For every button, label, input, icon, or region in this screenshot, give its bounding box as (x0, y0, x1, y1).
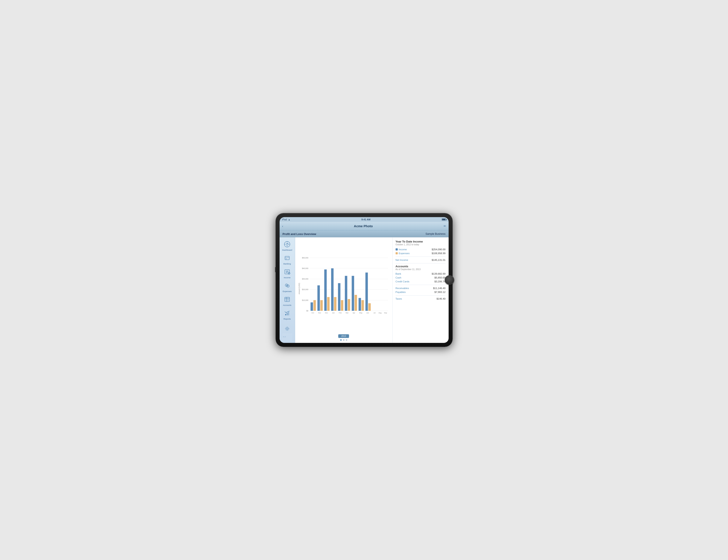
status-left: iPad ▲ (282, 218, 290, 221)
banking-icon (283, 254, 291, 262)
edit-button[interactable]: ✏ (444, 225, 446, 228)
svg-text:Jul: Jul (373, 312, 376, 314)
bar-oct-expense (313, 300, 316, 311)
stats-divider-2 (396, 263, 446, 264)
nav-title: Acme Photo (354, 224, 373, 228)
svg-line-33 (285, 311, 286, 313)
business-name: Sample Business (426, 233, 446, 236)
nav-bar: ‹ Acme Photo ✏ (280, 222, 449, 231)
expenses-dot (396, 252, 398, 255)
svg-point-37 (285, 327, 289, 330)
sidebar-thumbnail: A.O (282, 333, 292, 341)
stats-panel: Year To Date Income October 1, 2012 to t… (393, 237, 449, 343)
svg-text:May: May (359, 312, 362, 314)
sidebar-label-dashboard: Dashboard (282, 249, 292, 251)
dot-2 (343, 339, 344, 341)
sidebar-item-reports[interactable]: Reports (280, 308, 294, 321)
sidebar-item-accounts[interactable]: Accounts (280, 294, 294, 307)
side-button (275, 267, 276, 272)
sidebar-bottom: A.O (282, 326, 292, 343)
svg-rect-30 (285, 314, 286, 315)
receivables-value: $11,146.40 (433, 287, 446, 289)
ipad-screen: iPad ▲ 9:41 AM ‹ Acme Photo ✏ Profit and… (280, 217, 449, 343)
header-strip: Profit and Loss Overview Sample Business (280, 231, 449, 237)
receivables-row: Receivables $11,146.40 (396, 286, 446, 290)
expenses-row: Expenses $108,958.99 (396, 252, 446, 255)
stats-divider-1 (396, 257, 446, 257)
income-dot (396, 248, 398, 251)
wifi-icon: ▲ (288, 219, 290, 221)
expenses-value: $108,958.99 (432, 252, 446, 255)
home-button[interactable] (445, 275, 454, 285)
sidebar-item-income[interactable]: Income (280, 267, 294, 280)
svg-text:Feb: Feb (339, 312, 341, 314)
bar-apr-income (352, 276, 354, 311)
credit-label: Credit Cards (396, 280, 410, 283)
net-income-row: Net Income $145,131.01 (396, 258, 446, 262)
bar-dec-expense (327, 297, 329, 311)
sidebar: Dashboard Banking (280, 237, 295, 343)
sidebar-item-dashboard[interactable]: Dashboard (280, 239, 294, 253)
svg-text:Apr: Apr (352, 312, 355, 314)
bank-value: $139,682.69 (432, 273, 446, 275)
dot-1 (340, 339, 342, 341)
svg-text:A.O: A.O (283, 336, 286, 338)
svg-text:$0: $0 (306, 310, 308, 312)
dot-3 (346, 339, 347, 341)
ipad-device: iPad ▲ 9:41 AM ‹ Acme Photo ✏ Profit and… (276, 213, 452, 347)
bar-feb-income (338, 283, 340, 311)
svg-text:Nov: Nov (318, 312, 321, 314)
svg-text:Dec: Dec (325, 312, 328, 314)
bar-jun-expense (368, 303, 371, 311)
dashboard-icon (283, 241, 291, 248)
bank-row: Bank $139,682.69 (396, 272, 446, 276)
payables-value: $7,983.12 (434, 291, 445, 293)
chart-container: Amount (USD) $50,000 $40,000 $30,000 $20… (297, 239, 390, 334)
bar-jun-income (365, 273, 368, 311)
bar-nov-expense (320, 300, 323, 311)
svg-text:Mar: Mar (346, 312, 349, 314)
sidebar-label-expenses: Expenses (283, 290, 292, 292)
bar-mar-expense (348, 299, 350, 310)
bar-chart: Amount (USD) $50,000 $40,000 $30,000 $20… (297, 239, 390, 334)
credit-value: $3,206.74 (434, 280, 445, 283)
bar-may-income (359, 298, 361, 311)
svg-line-35 (287, 311, 290, 312)
svg-text:$20,000: $20,000 (302, 288, 308, 290)
page-title: Profit and Loss Overview (283, 233, 316, 236)
bar-mar-income (345, 276, 347, 311)
bank-label: Bank (396, 273, 401, 275)
income-row: Income $254,090.00 (396, 248, 446, 252)
credit-row: Credit Cards $3,206.74 (396, 280, 446, 283)
ytd-subtitle: October 1, 2012 to today (396, 244, 446, 246)
svg-text:Jan: Jan (332, 312, 335, 314)
bar-jan-income (331, 269, 333, 311)
sidebar-item-expenses[interactable]: Expenses (280, 280, 294, 294)
status-time: 9:41 AM (362, 218, 371, 221)
accounts-subtitle: As of September 11, 2013 (396, 268, 446, 271)
sidebar-label-income: Income (284, 277, 290, 279)
settings-button[interactable] (284, 326, 290, 332)
svg-text:$30,000: $30,000 (302, 278, 308, 280)
year-btn-container: 2013 (297, 334, 390, 338)
year-button[interactable]: 2013 (338, 334, 349, 338)
chart-section: Amount (USD) $50,000 $40,000 $30,000 $20… (295, 237, 393, 343)
bar-apr-expense (354, 295, 357, 311)
cash-value: $5,850.00 (434, 277, 445, 279)
cash-label: Cash (396, 277, 401, 279)
bar-may-expense (361, 300, 364, 311)
sidebar-item-banking[interactable]: Banking (280, 253, 294, 266)
bar-nov-income (317, 285, 320, 311)
reports-icon (283, 309, 291, 317)
accounts-title: Accounts (396, 265, 446, 268)
page-dots (297, 338, 390, 341)
sidebar-label-accounts: Accounts (283, 304, 291, 306)
payables-row: Payables $7,983.12 (396, 290, 446, 294)
accounts-icon (283, 295, 291, 303)
income-value: $254,090.00 (432, 248, 446, 251)
app-screen: ‹ Acme Photo ✏ Profit and Loss Overview … (280, 222, 449, 343)
income-label: Income (396, 248, 407, 251)
back-button[interactable]: ‹ (282, 225, 283, 228)
sidebar-label-reports: Reports (283, 318, 291, 320)
ytd-title: Year To Date Income (396, 240, 446, 243)
